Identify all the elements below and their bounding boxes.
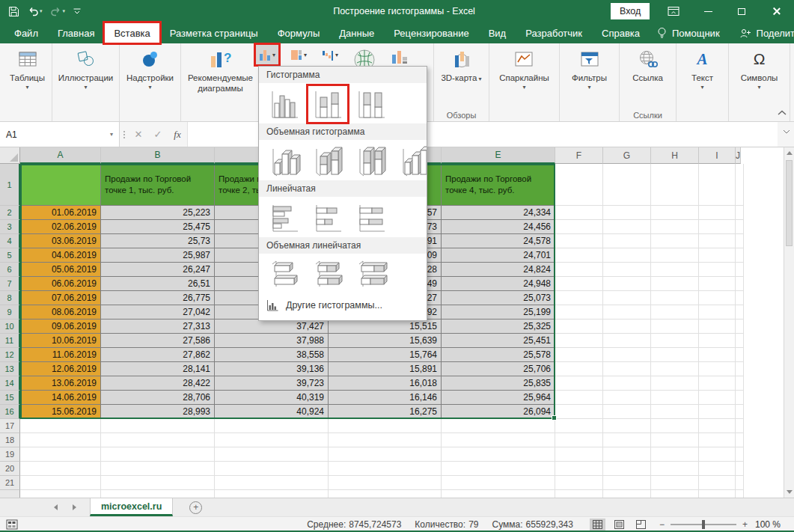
cell-A10[interactable]: 09.06.2019 — [20, 319, 101, 334]
ribbon-tab-3[interactable]: Вставка — [104, 22, 159, 43]
cell-J14[interactable] — [736, 376, 744, 391]
cell-B21[interactable] — [101, 476, 215, 490]
cell-A11[interactable]: 10.06.2019 — [20, 334, 101, 348]
zoom-slider[interactable]: − + — [659, 519, 748, 530]
cell-J3[interactable] — [736, 220, 744, 234]
cell-E3[interactable]: 24,456 — [442, 220, 555, 234]
cell-F6[interactable] — [555, 263, 603, 277]
row-header-9[interactable]: 9 — [0, 305, 20, 319]
row-header-5[interactable]: 5 — [0, 248, 20, 263]
tables-button[interactable]: Таблицы — [10, 43, 45, 121]
zoom-out-icon[interactable]: − — [659, 519, 665, 530]
cell-E18[interactable] — [442, 433, 555, 447]
cell-I1[interactable] — [699, 164, 736, 206]
cell-A7[interactable]: 06.06.2019 — [20, 277, 101, 291]
row-header-2[interactable]: 2 — [0, 206, 20, 220]
cell-J19[interactable] — [736, 447, 744, 462]
row-header-13[interactable]: 13 — [0, 362, 20, 376]
cell-H16[interactable] — [651, 405, 699, 419]
cell-H13[interactable] — [651, 362, 699, 376]
cell-A1[interactable] — [20, 164, 101, 206]
cell-G4[interactable] — [603, 234, 651, 248]
chart-type-3d-clustered-column[interactable] — [266, 144, 302, 177]
row-header-6[interactable]: 6 — [0, 263, 20, 277]
chart-type-stacked-column[interactable] — [310, 88, 346, 120]
cell-F7[interactable] — [555, 277, 603, 291]
vertical-scrollbar[interactable] — [784, 147, 794, 498]
sparklines-button[interactable]: Спарклайны — [499, 43, 549, 121]
column-header-F[interactable]: F — [555, 147, 603, 164]
ribbon-tab-4[interactable]: Разметка страницы — [160, 22, 268, 43]
cell-F3[interactable] — [555, 220, 603, 234]
cell-F18[interactable] — [555, 433, 603, 447]
cell-F8[interactable] — [555, 291, 603, 305]
row-header-18[interactable]: 18 — [0, 433, 20, 447]
link-button[interactable]: Ссылка — [632, 43, 663, 121]
cell-G7[interactable] — [603, 277, 651, 291]
cell-C11[interactable]: 37,988 — [215, 334, 329, 348]
cell-E15[interactable]: 25,964 — [442, 391, 555, 405]
save-icon[interactable] — [6, 2, 22, 20]
column-header-H[interactable]: H — [651, 147, 699, 164]
cell-I13[interactable] — [699, 362, 736, 376]
cell-J4[interactable] — [736, 234, 744, 248]
chart-type-clustered-bar[interactable] — [266, 201, 302, 234]
cell-G10[interactable] — [603, 319, 651, 334]
cell-H8[interactable] — [651, 291, 699, 305]
cell-B6[interactable]: 26,247 — [101, 263, 215, 277]
row-header-3[interactable]: 3 — [0, 220, 20, 234]
customize-qat-icon[interactable] — [70, 2, 84, 20]
cell-D17[interactable] — [329, 419, 442, 433]
tab-helper[interactable]: Помощник — [650, 27, 727, 39]
cell-I15[interactable] — [699, 391, 736, 405]
cell-I6[interactable] — [699, 263, 736, 277]
cell-J8[interactable] — [736, 291, 744, 305]
status-average[interactable]: Среднее:8745,724573 — [307, 519, 401, 530]
cell-I14[interactable] — [699, 376, 736, 391]
column-header-A[interactable]: A — [20, 147, 101, 164]
cell-A4[interactable]: 03.06.2019 — [20, 234, 101, 248]
sheet-nav-right-icon[interactable] — [73, 504, 76, 510]
cell-E19[interactable] — [442, 447, 555, 462]
cell-B1[interactable]: Продажи по Торговой точке 1, тыс. руб. — [101, 164, 215, 206]
chart-type-3d-column[interactable] — [397, 144, 427, 177]
row-header-19[interactable]: 19 — [0, 447, 20, 462]
cell-H3[interactable] — [651, 220, 699, 234]
cell-A12[interactable]: 11.06.2019 — [20, 348, 101, 362]
cell-C14[interactable]: 39,723 — [215, 376, 329, 391]
cell-H11[interactable] — [651, 334, 699, 348]
tab-share[interactable]: Поделиться — [732, 28, 794, 39]
cell-A6[interactable]: 05.06.2019 — [20, 263, 101, 277]
cell-F19[interactable] — [555, 447, 603, 462]
cell-A15[interactable]: 14.06.2019 — [20, 391, 101, 405]
chart-type-3d-stacked-bar[interactable] — [310, 258, 346, 291]
column-header-G[interactable]: G — [603, 147, 651, 164]
vertical-scroll-thumb[interactable] — [786, 160, 793, 246]
redo-icon[interactable]: ▾ — [48, 2, 68, 20]
row-header-15[interactable]: 15 — [0, 391, 20, 405]
cell-E10[interactable]: 25,325 — [442, 319, 555, 334]
cell-F1[interactable] — [555, 164, 603, 206]
cell-E5[interactable]: 24,701 — [442, 248, 555, 263]
sign-in-button[interactable]: Вход — [611, 3, 650, 19]
column-header-J[interactable]: J — [736, 147, 741, 164]
cell-C16[interactable]: 40,924 — [215, 405, 329, 419]
insert-hierarchy-chart-button[interactable] — [287, 45, 310, 64]
ribbon-tab-1[interactable]: Файл — [4, 22, 48, 43]
row-header-14[interactable]: 14 — [0, 376, 20, 391]
cell-C19[interactable] — [215, 447, 329, 462]
cell-C12[interactable]: 38,558 — [215, 348, 329, 362]
page-break-view-button[interactable] — [633, 519, 649, 531]
cell-A19[interactable] — [20, 447, 101, 462]
cell-I9[interactable] — [699, 305, 736, 319]
ribbon-tab-7[interactable]: Рецензирование — [384, 22, 478, 43]
cell-F20[interactable] — [555, 462, 603, 476]
cell-G14[interactable] — [603, 376, 651, 391]
cell-H19[interactable] — [651, 447, 699, 462]
cell-G3[interactable] — [603, 220, 651, 234]
cell-D16[interactable]: 16,275 — [329, 405, 442, 419]
maximize-button[interactable] — [730, 0, 754, 22]
cell-H1[interactable] — [651, 164, 699, 206]
cell-E13[interactable]: 25,706 — [442, 362, 555, 376]
cell-B5[interactable]: 25,987 — [101, 248, 215, 263]
